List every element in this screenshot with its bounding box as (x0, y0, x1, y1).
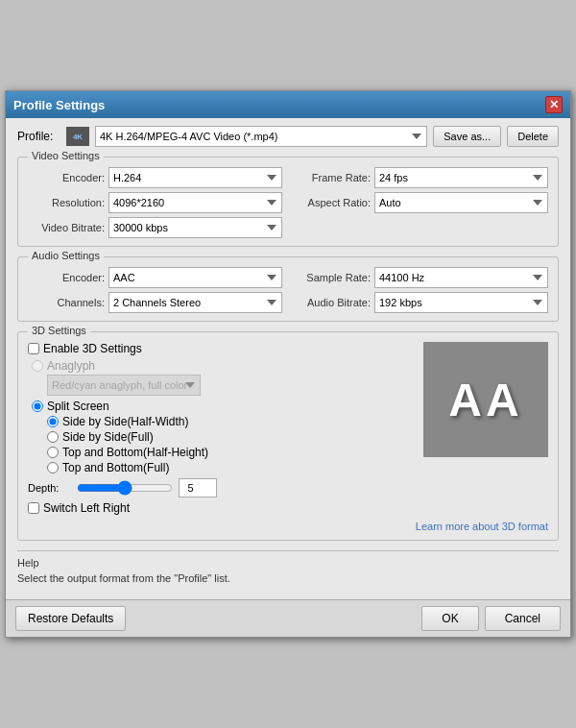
frame-rate-label: Frame Rate: (294, 172, 371, 183)
video-settings-grid: Encoder: H.264 Frame Rate: 24 fps Resolu… (28, 167, 548, 238)
three-d-left: Enable 3D Settings Anaglyph Red/cyan ana… (28, 342, 414, 519)
switch-lr-checkbox[interactable] (28, 502, 39, 514)
profile-select[interactable]: 4K H.264/MPEG-4 AVC Video (*.mp4) (95, 126, 427, 147)
restore-defaults-button[interactable]: Restore Defaults (15, 606, 126, 631)
three-d-preview: AA (423, 342, 548, 457)
profile-label: Profile: (17, 130, 60, 143)
depth-label: Depth: (28, 482, 71, 494)
top-bottom-full-row: Top and Bottom(Full) (28, 461, 414, 474)
resolution-row: Resolution: 4096*2160 (28, 192, 282, 213)
anaglyph-radio[interactable] (32, 360, 43, 372)
resolution-label: Resolution: (28, 197, 105, 208)
side-by-side-half-radio[interactable] (47, 416, 59, 427)
three-d-preview-text: AA (448, 374, 522, 426)
audio-bitrate-select[interactable]: 192 kbps (374, 292, 548, 313)
sample-rate-select[interactable]: 44100 Hz (374, 267, 548, 288)
anaglyph-label: Anaglyph (47, 359, 95, 373)
close-button[interactable]: ✕ (545, 96, 563, 113)
video-bitrate-select[interactable]: 30000 kbps (108, 217, 282, 238)
audio-encoder-select[interactable]: AAC (108, 267, 282, 288)
three-d-settings-section: 3D Settings Enable 3D Settings Anaglyph (17, 331, 559, 541)
top-bottom-half-radio[interactable] (47, 447, 59, 458)
audio-settings-section: Audio Settings Encoder: AAC Sample Rate:… (17, 256, 559, 322)
aspect-ratio-label: Aspect Ratio: (294, 197, 371, 208)
top-bottom-half-row: Top and Bottom(Half-Height) (28, 446, 414, 459)
dialog-title: Profile Settings (13, 98, 105, 112)
profile-settings-dialog: Profile Settings ✕ Profile: 4K 4K H.264/… (5, 90, 571, 638)
cancel-button[interactable]: Cancel (485, 606, 561, 631)
video-bitrate-row: Video Bitrate: 30000 kbps (28, 217, 282, 238)
channels-label: Channels: (28, 297, 105, 308)
audio-settings-legend: Audio Settings (28, 250, 104, 261)
sample-rate-row: Sample Rate: 44100 Hz (294, 267, 548, 288)
channels-row: Channels: 2 Channels Stereo (28, 292, 282, 313)
anaglyph-select[interactable]: Red/cyan anaglyph, full color (47, 375, 201, 396)
switch-lr-row: Switch Left Right (28, 501, 414, 515)
frame-rate-select[interactable]: 24 fps (374, 167, 548, 188)
audio-encoder-label: Encoder: (28, 272, 105, 283)
enable-3d-label: Enable 3D Settings (43, 342, 142, 355)
profile-row: Profile: 4K 4K H.264/MPEG-4 AVC Video (*… (17, 126, 559, 147)
video-settings-section: Video Settings Encoder: H.264 Frame Rate… (17, 157, 559, 247)
split-screen-row: Split Screen (28, 400, 414, 413)
help-section: Help Select the output format from the "… (17, 550, 559, 588)
resolution-select[interactable]: 4096*2160 (108, 192, 282, 213)
split-screen-label: Split Screen (47, 400, 109, 413)
help-text: Select the output format from the "Profi… (17, 572, 559, 584)
three-d-body: Enable 3D Settings Anaglyph Red/cyan ana… (28, 342, 548, 519)
channels-select[interactable]: 2 Channels Stereo (108, 292, 282, 313)
profile-icon: 4K (66, 127, 89, 146)
depth-slider[interactable] (77, 480, 173, 496)
top-bottom-full-radio[interactable] (47, 462, 59, 473)
audio-bitrate-row: Audio Bitrate: 192 kbps (294, 292, 548, 313)
frame-rate-row: Frame Rate: 24 fps (294, 167, 548, 188)
side-by-side-full-row: Side by Side(Full) (28, 430, 414, 444)
enable-3d-checkbox[interactable] (28, 343, 39, 354)
side-by-side-half-row: Side by Side(Half-Width) (28, 415, 414, 428)
footer-right: OK Cancel (421, 606, 561, 631)
learn-more-link[interactable]: Learn more about 3D format (28, 521, 548, 532)
delete-button[interactable]: Delete (507, 126, 559, 147)
side-by-side-half-label: Side by Side(Half-Width) (62, 415, 188, 428)
aspect-ratio-select[interactable]: Auto (374, 192, 548, 213)
ok-button[interactable]: OK (421, 606, 478, 631)
video-settings-legend: Video Settings (28, 150, 104, 161)
anaglyph-row: Anaglyph (28, 359, 414, 373)
enable-3d-row: Enable 3D Settings (28, 342, 414, 355)
title-bar: Profile Settings ✕ (6, 91, 570, 118)
split-screen-radio[interactable] (32, 400, 43, 412)
switch-lr-label: Switch Left Right (43, 501, 130, 515)
three-d-settings-legend: 3D Settings (28, 325, 90, 336)
side-by-side-full-radio[interactable] (47, 431, 59, 443)
top-bottom-full-label: Top and Bottom(Full) (62, 461, 169, 474)
help-legend: Help (17, 557, 559, 569)
depth-spinner[interactable] (179, 478, 217, 497)
top-bottom-half-label: Top and Bottom(Half-Height) (62, 446, 208, 459)
audio-encoder-row: Encoder: AAC (28, 267, 282, 288)
encoder-row: Encoder: H.264 (28, 167, 282, 188)
audio-settings-grid: Encoder: AAC Sample Rate: 44100 Hz Chann… (28, 267, 548, 313)
side-by-side-full-label: Side by Side(Full) (62, 430, 154, 444)
encoder-select[interactable]: H.264 (108, 167, 282, 188)
aspect-ratio-row: Aspect Ratio: Auto (294, 192, 548, 213)
sample-rate-label: Sample Rate: (294, 272, 371, 283)
encoder-label: Encoder: (28, 172, 105, 183)
dialog-footer: Restore Defaults OK Cancel (6, 599, 570, 637)
video-bitrate-label: Video Bitrate: (28, 222, 105, 233)
audio-bitrate-label: Audio Bitrate: (294, 297, 371, 308)
dialog-body: Profile: 4K 4K H.264/MPEG-4 AVC Video (*… (6, 118, 570, 599)
depth-row: Depth: (28, 478, 414, 497)
save-as-button[interactable]: Save as... (433, 126, 501, 147)
